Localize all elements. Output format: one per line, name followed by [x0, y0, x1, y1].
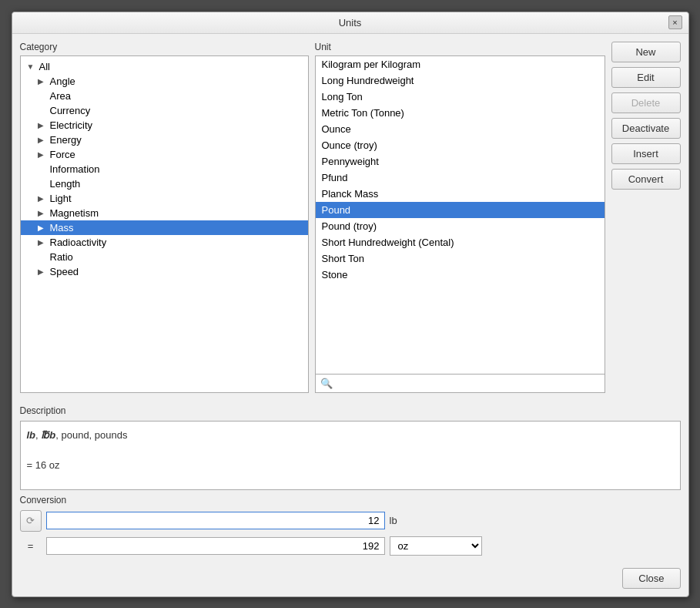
tree-item-length[interactable]: Length — [21, 176, 308, 191]
dialog: Units × Category ▼All▶AngleAreaCurrency▶… — [12, 12, 689, 597]
unit-select[interactable]: ozgkgmglb — [390, 536, 482, 556]
edit-button[interactable]: Edit — [611, 67, 681, 88]
tree-item-speed[interactable]: ▶Speed — [21, 264, 308, 279]
bottom-section: Description lb, ℔b, pound, pounds = 16 o… — [12, 401, 688, 563]
list-item-pennyweight[interactable]: Pennyweight — [316, 153, 605, 170]
category-label: Category — [20, 42, 309, 52]
category-panel: Category ▼All▶AngleAreaCurrency▶Electric… — [20, 42, 309, 393]
tree-item-force[interactable]: ▶Force — [21, 147, 308, 162]
conversion-input-1[interactable] — [46, 512, 385, 529]
convert-button[interactable]: Convert — [611, 169, 681, 190]
list-item-stone[interactable]: Stone — [316, 267, 605, 283]
list-item-pound[interactable]: Pound — [316, 202, 605, 218]
tree-arrow-energy: ▶ — [38, 136, 49, 144]
tree-label-radioactivity: Radioactivity — [50, 237, 107, 248]
tree-label-speed: Speed — [50, 266, 79, 277]
swap-button[interactable]: ⟳ — [20, 510, 42, 532]
equals-sign: = — [20, 540, 42, 552]
tree-arrow-mass: ▶ — [38, 223, 49, 232]
tree-label-length: Length — [50, 178, 81, 190]
tree-arrow-electricity: ▶ — [38, 121, 49, 129]
list-item-kilogram-per-kilogram[interactable]: Kilogram per Kilogram — [316, 56, 605, 72]
list-item-ounce-troy[interactable]: Ounce (troy) — [316, 137, 605, 153]
conversion-result[interactable] — [46, 537, 385, 555]
unit-list: Kilogram per KilogramLong HundredweightL… — [315, 55, 605, 375]
unit-panel: Unit Kilogram per KilogramLong Hundredwe… — [315, 42, 605, 393]
tree-label-information: Information — [50, 163, 100, 175]
dialog-close-button[interactable]: × — [668, 15, 682, 29]
tree-item-radioactivity[interactable]: ▶Radioactivity — [21, 235, 308, 250]
list-item-short-hundredweight[interactable]: Short Hundredweight (Cental) — [316, 234, 605, 250]
list-item-ounce[interactable]: Ounce — [316, 121, 605, 137]
description-box: lb, ℔b, pound, pounds = 16 oz — [20, 421, 681, 490]
category-tree: ▼All▶AngleAreaCurrency▶Electricity▶Energ… — [20, 55, 309, 393]
list-item-short-ton[interactable]: Short Ton — [316, 250, 605, 267]
description-line1: lb, ℔b, pound, pounds — [27, 428, 674, 443]
tree-arrow-light: ▶ — [38, 194, 49, 203]
tree-label-angle: Angle — [50, 76, 75, 87]
close-button[interactable]: Close — [622, 568, 680, 589]
conversion-row-2: = ozgkgmglb — [20, 536, 681, 556]
tree-arrow-speed: ▶ — [38, 267, 49, 276]
tree-label-ratio: Ratio — [50, 251, 73, 263]
list-item-pfund[interactable]: Pfund — [316, 170, 605, 186]
conversion-row-1: ⟳ lb — [20, 510, 681, 532]
description-line2: = 16 oz — [27, 458, 674, 473]
tree-item-light[interactable]: ▶Light — [21, 191, 308, 206]
search-icon: 🔍 — [320, 378, 333, 389]
conversion-section: Conversion ⟳ lb = ozgkgmglb — [20, 495, 681, 556]
tree-label-currency: Currency — [50, 105, 91, 116]
insert-button[interactable]: Insert — [611, 143, 681, 164]
title-bar: Units × — [12, 12, 688, 34]
search-bar: 🔍 — [315, 375, 605, 393]
footer: Close — [12, 563, 688, 596]
tree-item-magnetism[interactable]: ▶Magnetism — [21, 206, 308, 220]
action-buttons-panel: New Edit Delete Deactivate Insert Conver… — [611, 42, 681, 393]
tree-label-energy: Energy — [50, 134, 82, 146]
tree-arrow-magnetism: ▶ — [38, 209, 49, 217]
tree-label-all: All — [39, 61, 50, 72]
description-label: Description — [20, 405, 681, 416]
conversion-label: Conversion — [20, 495, 681, 506]
tree-arrow-angle: ▶ — [38, 77, 49, 86]
delete-button[interactable]: Delete — [611, 92, 681, 113]
tree-label-magnetism: Magnetism — [50, 207, 99, 219]
list-item-long-hundredweight[interactable]: Long Hundredweight — [316, 72, 605, 89]
tree-label-mass: Mass — [50, 222, 74, 233]
tree-item-area[interactable]: Area — [21, 89, 308, 103]
tree-item-angle[interactable]: ▶Angle — [21, 74, 308, 89]
description-bold: lb — [27, 429, 36, 441]
deactivate-button[interactable]: Deactivate — [611, 118, 681, 139]
tree-label-electricity: Electricity — [50, 119, 93, 131]
dialog-body: Category ▼All▶AngleAreaCurrency▶Electric… — [12, 34, 688, 401]
tree-item-ratio[interactable]: Ratio — [21, 250, 308, 264]
tree-label-force: Force — [50, 149, 75, 160]
tree-arrow-all: ▼ — [27, 62, 38, 71]
list-item-long-ton[interactable]: Long Ton — [316, 89, 605, 105]
tree-label-area: Area — [50, 90, 71, 102]
search-input[interactable] — [336, 378, 600, 389]
dialog-title: Units — [339, 17, 362, 29]
tree-item-all[interactable]: ▼All — [21, 59, 308, 74]
new-button[interactable]: New — [611, 42, 681, 62]
unit-label: Unit — [315, 42, 605, 52]
unit-label-1: lb — [390, 515, 397, 526]
tree-item-information[interactable]: Information — [21, 162, 308, 176]
tree-item-mass[interactable]: ▶Mass — [21, 220, 308, 235]
list-item-metric-ton[interactable]: Metric Ton (Tonne) — [316, 105, 605, 121]
tree-item-energy[interactable]: ▶Energy — [21, 133, 308, 147]
tree-arrow-radioactivity: ▶ — [38, 238, 49, 247]
list-item-pound-troy[interactable]: Pound (troy) — [316, 218, 605, 234]
tree-item-currency[interactable]: Currency — [21, 103, 308, 118]
tree-label-light: Light — [50, 193, 72, 204]
list-item-planck-mass[interactable]: Planck Mass — [316, 186, 605, 202]
tree-item-electricity[interactable]: ▶Electricity — [21, 118, 308, 133]
tree-arrow-force: ▶ — [38, 150, 49, 159]
